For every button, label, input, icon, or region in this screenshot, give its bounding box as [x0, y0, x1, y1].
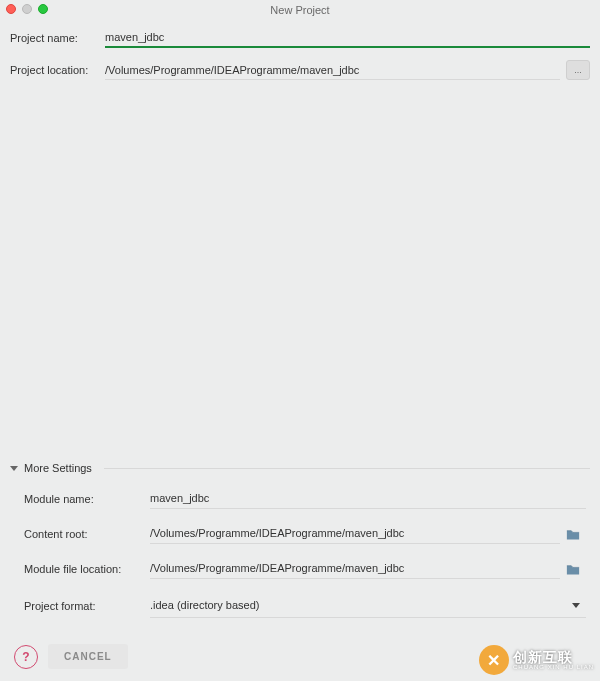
- close-icon[interactable]: [6, 4, 16, 14]
- divider: [104, 468, 590, 469]
- project-location-input[interactable]: [105, 61, 560, 80]
- help-button[interactable]: ?: [14, 645, 38, 669]
- more-settings-disclosure[interactable]: More Settings: [10, 458, 590, 478]
- content-root-input[interactable]: [150, 523, 560, 544]
- minimize-icon[interactable]: [22, 4, 32, 14]
- traffic-lights: [6, 4, 48, 14]
- module-file-location-input[interactable]: [150, 558, 560, 579]
- project-location-row: Project location: ...: [10, 60, 590, 80]
- settings-grid: Module name: Content root: Module file l…: [10, 478, 590, 624]
- browse-module-file-location-button[interactable]: [566, 563, 580, 575]
- project-location-input-wrap: ...: [105, 60, 590, 80]
- chevron-down-icon: [10, 466, 18, 471]
- browse-location-button[interactable]: ...: [566, 60, 590, 80]
- project-name-input-wrap: [105, 28, 590, 48]
- module-name-label: Module name:: [24, 493, 144, 505]
- module-file-location-label: Module file location:: [24, 563, 144, 575]
- browse-content-root-button[interactable]: [566, 528, 580, 540]
- project-name-input[interactable]: [105, 28, 590, 48]
- titlebar: New Project: [0, 0, 600, 20]
- form-area: Project name: Project location: ...: [0, 20, 600, 80]
- project-name-row: Project name:: [10, 28, 590, 48]
- maximize-icon[interactable]: [38, 4, 48, 14]
- content-root-label: Content root:: [24, 528, 144, 540]
- project-format-dropdown[interactable]: .idea (directory based): [150, 593, 586, 618]
- module-name-input[interactable]: [150, 488, 586, 509]
- project-location-label: Project location:: [10, 64, 105, 76]
- dropdown-arrow-icon: [572, 603, 580, 608]
- bottom-bar: ? CANCEL: [0, 636, 600, 681]
- more-settings-label: More Settings: [24, 462, 92, 474]
- new-project-window: New Project Project name: Project locati…: [0, 0, 600, 681]
- cancel-button[interactable]: CANCEL: [48, 644, 128, 669]
- spacer: [0, 80, 600, 458]
- project-name-label: Project name:: [10, 32, 105, 44]
- project-format-value: .idea (directory based): [150, 599, 259, 611]
- project-format-label: Project format:: [24, 600, 144, 612]
- more-settings-section: More Settings Module name: Content root:…: [0, 458, 600, 636]
- window-title: New Project: [0, 4, 600, 16]
